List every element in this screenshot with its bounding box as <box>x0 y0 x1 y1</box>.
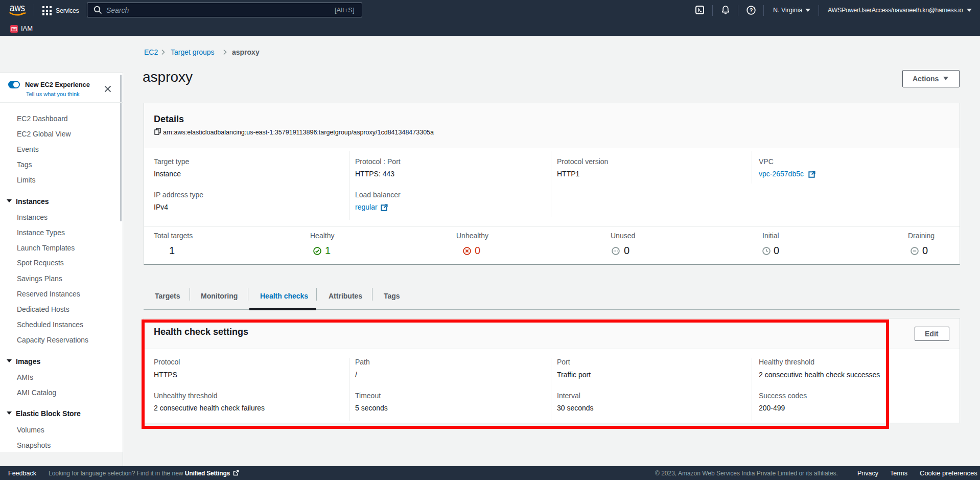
svg-text:?: ? <box>750 7 753 13</box>
svg-text:aws: aws <box>10 3 25 13</box>
